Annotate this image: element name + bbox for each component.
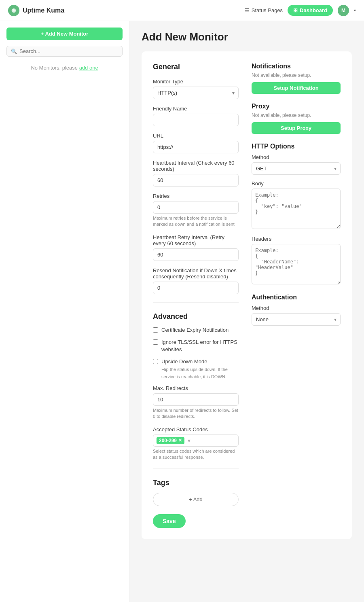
cert-expiry-label: Certificate Expiry Notification <box>161 326 229 334</box>
navbar-right: ☰ Status Pages ⊞ Dashboard M ▾ <box>245 5 356 16</box>
retry-interval-input[interactable] <box>153 248 239 261</box>
retries-label: Retries <box>153 193 239 199</box>
notifications-title: Notifications <box>252 63 341 70</box>
form-columns: General Monitor Type HTTP(s) TCP Port Pi… <box>153 63 341 528</box>
form-card: General Monitor Type HTTP(s) TCP Port Pi… <box>142 51 352 539</box>
heartbeat-input[interactable] <box>153 174 239 187</box>
add-tag-button[interactable]: + Add <box>153 493 239 506</box>
cert-expiry-group: Certificate Expiry Notification <box>153 326 239 334</box>
no-monitors-message: No Monitors, please add one <box>6 65 123 71</box>
form-right-column: Notifications Not available, please setu… <box>252 63 341 528</box>
search-icon: 🔍 <box>11 49 17 54</box>
brand-name: Uptime Kuma <box>23 7 64 14</box>
accepted-codes-dropdown-icon[interactable]: ▾ <box>188 437 190 444</box>
main-content: Add New Monitor General Monitor Type HTT… <box>129 21 364 602</box>
heartbeat-group: Heartbeat Interval (Check every 60 secon… <box>153 160 239 187</box>
body-textarea[interactable] <box>252 189 341 229</box>
status-pages-button[interactable]: ☰ Status Pages <box>245 7 283 13</box>
headers-group: Headers <box>252 236 341 286</box>
upside-down-label: Upside Down Mode Flip the status upside … <box>161 358 239 380</box>
proxy-title: Proxy <box>252 103 341 110</box>
monitor-type-select-wrapper: HTTP(s) TCP Port Ping DNS Push <box>153 87 239 99</box>
resend-input[interactable] <box>153 282 239 294</box>
url-group: URL <box>153 133 239 153</box>
auth-method-select-wrapper: None HTTP Basic Auth NTLM <box>252 313 341 326</box>
auth-method-label: Method <box>252 305 341 311</box>
retries-input[interactable] <box>153 201 239 214</box>
navbar: Uptime Kuma ☰ Status Pages ⊞ Dashboard M… <box>0 0 364 21</box>
url-label: URL <box>153 133 239 139</box>
cert-expiry-checkbox[interactable] <box>153 327 158 333</box>
layout: + Add New Monitor 🔍 No Monitors, please … <box>0 21 364 602</box>
add-one-link[interactable]: add one <box>79 65 98 71</box>
accepted-codes-group: Accepted Status Codes 200-299 ✕ ▾ Select… <box>153 426 239 461</box>
ignore-tls-checkbox[interactable] <box>153 339 158 345</box>
page-title: Add New Monitor <box>142 31 352 43</box>
grid-icon: ⊞ <box>293 7 298 13</box>
upside-down-hint: Flip the status upside down. If the serv… <box>161 367 228 379</box>
authentication-title: Authentication <box>252 294 341 301</box>
general-section-title: General <box>153 63 239 71</box>
max-redirects-group: Max. Redirects Maximum number of redirec… <box>153 385 239 420</box>
headers-textarea[interactable] <box>252 244 341 284</box>
http-method-label: Method <box>252 154 341 160</box>
max-redirects-input[interactable] <box>153 393 239 406</box>
max-redirects-label: Max. Redirects <box>153 385 239 391</box>
resend-group: Resend Notification if Down X times cons… <box>153 267 239 294</box>
advanced-section-title: Advanced <box>153 312 239 321</box>
save-button[interactable]: Save <box>153 514 186 528</box>
setup-proxy-button[interactable]: Setup Proxy <box>252 122 341 134</box>
accepted-codes-hint: Select status codes which are considered… <box>153 448 239 461</box>
setup-notification-button[interactable]: Setup Notification <box>252 82 341 94</box>
notifications-unavailable-text: Not available, please setup. <box>252 72 341 78</box>
monitor-type-group: Monitor Type HTTP(s) TCP Port Ping DNS P… <box>153 78 239 99</box>
notifications-section: Notifications Not available, please setu… <box>252 63 341 94</box>
user-menu-chevron-icon[interactable]: ▾ <box>354 8 356 13</box>
http-options-title: HTTP Options <box>252 143 341 150</box>
status-tag-200-299: 200-299 ✕ <box>157 437 184 444</box>
user-avatar[interactable]: M <box>338 5 349 16</box>
friendly-name-input[interactable] <box>153 114 239 126</box>
monitor-type-label: Monitor Type <box>153 78 239 85</box>
headers-label: Headers <box>252 236 341 242</box>
retries-hint: Maximum retries before the service is ma… <box>153 215 239 228</box>
accepted-codes-container[interactable]: 200-299 ✕ ▾ <box>153 435 239 447</box>
sidebar: + Add New Monitor 🔍 No Monitors, please … <box>0 21 129 602</box>
hamburger-icon: ☰ <box>245 7 250 13</box>
heartbeat-label: Heartbeat Interval (Check every 60 secon… <box>153 160 239 172</box>
body-label: Body <box>252 180 341 187</box>
tags-section-title: Tags <box>153 479 239 487</box>
retry-interval-group: Heartbeat Retry Interval (Retry every 60… <box>153 234 239 261</box>
monitor-type-select[interactable]: HTTP(s) TCP Port Ping DNS Push <box>153 87 239 99</box>
brand-icon <box>8 5 19 16</box>
http-method-select-wrapper: GET POST PUT PATCH DELETE <box>252 162 341 175</box>
max-redirects-hint: Maximum number of redirects to follow. S… <box>153 407 239 420</box>
ignore-tls-label: Ignore TLS/SSL error for HTTPS websites <box>161 339 239 353</box>
search-input[interactable] <box>19 48 118 54</box>
retries-group: Retries Maximum retries before the servi… <box>153 193 239 228</box>
accepted-codes-label: Accepted Status Codes <box>153 426 239 432</box>
upside-down-group: Upside Down Mode Flip the status upside … <box>153 358 239 380</box>
url-input[interactable] <box>153 141 239 153</box>
divider-1 <box>153 302 239 303</box>
ignore-tls-group: Ignore TLS/SSL error for HTTPS websites <box>153 339 239 353</box>
auth-method-select[interactable]: None HTTP Basic Auth NTLM <box>252 313 341 326</box>
http-method-select[interactable]: GET POST PUT PATCH DELETE <box>252 162 341 175</box>
resend-label: Resend Notification if Down X times cons… <box>153 267 239 280</box>
proxy-section: Proxy Not available, please setup. Setup… <box>252 103 341 134</box>
proxy-unavailable-text: Not available, please setup. <box>252 112 341 118</box>
brand: Uptime Kuma <box>8 5 64 16</box>
body-group: Body <box>252 180 341 230</box>
friendly-name-group: Friendly Name <box>153 106 239 126</box>
add-monitor-button[interactable]: + Add New Monitor <box>6 28 123 40</box>
dashboard-button[interactable]: ⊞ Dashboard <box>288 5 333 16</box>
friendly-name-label: Friendly Name <box>153 106 239 112</box>
http-method-group: Method GET POST PUT PATCH DELETE <box>252 154 341 175</box>
divider-2 <box>153 468 239 469</box>
auth-method-group: Method None HTTP Basic Auth NTLM <box>252 305 341 326</box>
form-left-column: General Monitor Type HTTP(s) TCP Port Pi… <box>153 63 239 528</box>
retry-interval-label: Heartbeat Retry Interval (Retry every 60… <box>153 234 239 246</box>
upside-down-checkbox[interactable] <box>153 359 158 364</box>
status-tag-remove-icon[interactable]: ✕ <box>178 438 182 443</box>
search-container: 🔍 <box>6 46 123 57</box>
